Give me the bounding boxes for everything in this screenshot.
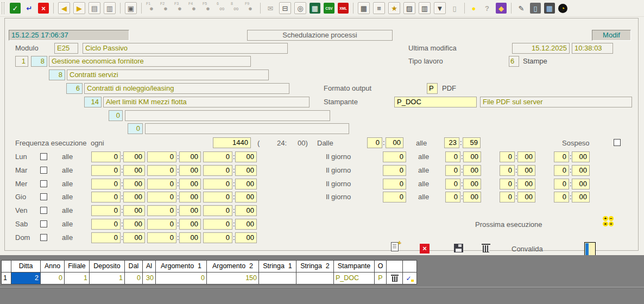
f2-icon[interactable]: F2● bbox=[160, 3, 171, 14]
xml-export-icon[interactable]: XML bbox=[338, 3, 349, 14]
cell-anno[interactable]: 0 bbox=[41, 273, 64, 284]
day-lun-ora-field-2[interactable]: 0 bbox=[147, 151, 176, 162]
day-mar-ora-field-2[interactable]: 0 bbox=[147, 165, 176, 176]
il-giorno-1-min-field-2[interactable]: 00 bbox=[517, 151, 535, 162]
day-gio-ora-field-3[interactable]: 0 bbox=[203, 192, 232, 202]
row-delete-cell[interactable] bbox=[387, 273, 402, 284]
send-icon[interactable]: ✉ bbox=[265, 3, 276, 14]
day-mer-ora-field-3[interactable]: 0 bbox=[203, 179, 232, 189]
day-ven-ora-field-1[interactable]: 0 bbox=[91, 205, 121, 216]
save-icon[interactable] bbox=[454, 244, 463, 252]
cell-argomento-1[interactable]: 0 bbox=[156, 273, 206, 284]
cascade-windows-icon[interactable]: ▣ bbox=[125, 2, 137, 14]
alle-min-field[interactable]: 59 bbox=[463, 137, 481, 148]
il-giorno-3-ora-field-2[interactable]: 0 bbox=[500, 179, 515, 189]
calculator-icon[interactable]: +−×÷ bbox=[603, 216, 614, 226]
level1-num-field[interactable]: 1 bbox=[15, 56, 28, 67]
day-sab-ora-field-2[interactable]: 0 bbox=[147, 219, 176, 230]
day-checkbox-mar[interactable] bbox=[40, 167, 47, 174]
day-ven-min-field-1[interactable]: 00 bbox=[123, 205, 145, 216]
confirm-icon[interactable]: ✓ bbox=[10, 3, 21, 14]
day-gio-min-field-2[interactable]: 00 bbox=[179, 192, 201, 202]
tipo-lavoro-code-field[interactable]: 6 bbox=[509, 56, 519, 67]
list-icon[interactable]: ≡ bbox=[373, 2, 385, 14]
cell-stringa-2[interactable] bbox=[296, 273, 333, 284]
wizard-icon[interactable]: ★ bbox=[388, 2, 400, 14]
hint-bulb-icon[interactable]: ● bbox=[469, 4, 478, 13]
il-giorno-2-min-field-2[interactable]: 00 bbox=[517, 165, 535, 176]
day-lun-ora-field-1[interactable]: 0 bbox=[91, 151, 121, 162]
record-forward-icon[interactable]: ▶ bbox=[73, 2, 85, 14]
day-checkbox-gio[interactable] bbox=[40, 193, 47, 200]
level6-code-field[interactable]: 0 bbox=[128, 123, 143, 134]
il-giorno-4-min-field-2[interactable]: 00 bbox=[517, 192, 535, 202]
il-giorno-3-min-field-2[interactable]: 00 bbox=[517, 179, 535, 189]
day-dom-ora-field-3[interactable]: 0 bbox=[203, 232, 232, 243]
toolbar-grip[interactable] bbox=[2, 2, 4, 14]
search-8-icon[interactable]: 8∞ bbox=[231, 3, 242, 14]
doc-copy-icon[interactable]: ▤ bbox=[89, 2, 100, 14]
formato-output-field[interactable]: P bbox=[427, 83, 438, 94]
row-edit-cell[interactable]: ✓ bbox=[403, 273, 416, 284]
day-dom-min-field-3[interactable]: 00 bbox=[235, 232, 257, 243]
calculator-toolbar-icon[interactable]: ▦ bbox=[544, 3, 555, 14]
day-mar-ora-field-1[interactable]: 0 bbox=[91, 165, 121, 176]
day-mar-min-field-2[interactable]: 00 bbox=[179, 165, 201, 176]
level4-code-field[interactable]: 14 bbox=[84, 97, 102, 107]
csv-export-icon[interactable]: CSV bbox=[324, 3, 334, 14]
table-search-icon[interactable]: ▥ bbox=[419, 2, 431, 14]
il-giorno-4-ora-field-3[interactable]: 0 bbox=[554, 192, 569, 202]
il-giorno-value-field-3[interactable]: 0 bbox=[383, 179, 406, 189]
mobile-icon[interactable]: ▯ bbox=[530, 3, 541, 14]
il-giorno-value-field-2[interactable]: 0 bbox=[383, 165, 406, 176]
day-dom-min-field-1[interactable]: 00 bbox=[123, 232, 145, 243]
il-giorno-2-min-field-3[interactable]: 00 bbox=[572, 165, 590, 176]
table-data-icon[interactable]: ▦ bbox=[358, 2, 370, 14]
il-giorno-value-field-4[interactable]: 0 bbox=[383, 192, 406, 202]
day-checkbox-ven[interactable] bbox=[40, 207, 47, 214]
il-giorno-1-min-field-1[interactable]: 00 bbox=[463, 151, 481, 162]
il-giorno-3-min-field-3[interactable]: 00 bbox=[572, 179, 590, 189]
day-lun-min-field-3[interactable]: 00 bbox=[235, 151, 257, 162]
alle-ora-field[interactable]: 23 bbox=[444, 137, 459, 148]
level3-code-field[interactable]: 6 bbox=[66, 83, 83, 94]
search-6-icon[interactable]: 6∞ bbox=[217, 3, 228, 14]
day-ven-ora-field-2[interactable]: 0 bbox=[147, 205, 176, 216]
day-sab-min-field-2[interactable]: 00 bbox=[179, 219, 201, 230]
table-wizard-icon[interactable]: ▨ bbox=[403, 2, 415, 14]
day-ven-ora-field-3[interactable]: 0 bbox=[203, 205, 232, 216]
f4-icon[interactable]: F4● bbox=[188, 3, 199, 14]
level5-code-field[interactable]: 0 bbox=[109, 110, 123, 121]
clock-icon[interactable]: ◔ bbox=[558, 4, 567, 13]
print-preview-icon[interactable]: ◎ bbox=[294, 2, 306, 14]
doc-next-icon[interactable]: ▥ bbox=[104, 2, 116, 14]
enter-icon[interactable]: ↵ bbox=[24, 3, 35, 14]
cell-al[interactable]: 30 bbox=[143, 273, 155, 284]
dalle-ora-field[interactable]: 0 bbox=[367, 137, 382, 148]
il-giorno-1-ora-field-3[interactable]: 0 bbox=[554, 151, 569, 162]
day-checkbox-mer[interactable] bbox=[40, 180, 47, 187]
day-mer-min-field-2[interactable]: 00 bbox=[179, 179, 201, 189]
cell-dal[interactable]: 0 bbox=[125, 273, 142, 284]
day-dom-ora-field-2[interactable]: 0 bbox=[147, 232, 176, 243]
sospeso-checkbox[interactable] bbox=[614, 139, 621, 146]
day-sab-ora-field-1[interactable]: 0 bbox=[91, 219, 121, 230]
f5-icon[interactable]: F5● bbox=[203, 3, 213, 14]
f3-icon[interactable]: F3● bbox=[174, 3, 185, 14]
day-mar-min-field-1[interactable]: 00 bbox=[123, 165, 145, 176]
day-lun-ora-field-3[interactable]: 0 bbox=[203, 151, 232, 162]
day-lun-min-field-2[interactable]: 00 bbox=[179, 151, 201, 162]
day-dom-min-field-2[interactable]: 00 bbox=[179, 232, 201, 243]
il-giorno-1-min-field-3[interactable]: 00 bbox=[572, 151, 590, 162]
il-giorno-3-ora-field-3[interactable]: 0 bbox=[554, 179, 569, 189]
day-mer-min-field-3[interactable]: 00 bbox=[235, 179, 257, 189]
clipboard-icon[interactable]: ▯ bbox=[449, 3, 460, 14]
row-number-cell[interactable]: 1 bbox=[2, 273, 11, 284]
il-giorno-2-ora-field-2[interactable]: 0 bbox=[500, 165, 515, 176]
il-giorno-1-ora-field-2[interactable]: 0 bbox=[500, 151, 515, 162]
record-back-icon[interactable]: ◀ bbox=[58, 2, 70, 14]
il-giorno-2-ora-field-1[interactable]: 0 bbox=[445, 165, 460, 176]
help-book-icon[interactable]: ◆ bbox=[496, 3, 507, 14]
trash-icon[interactable] bbox=[482, 244, 490, 252]
day-mer-ora-field-1[interactable]: 0 bbox=[91, 179, 121, 189]
